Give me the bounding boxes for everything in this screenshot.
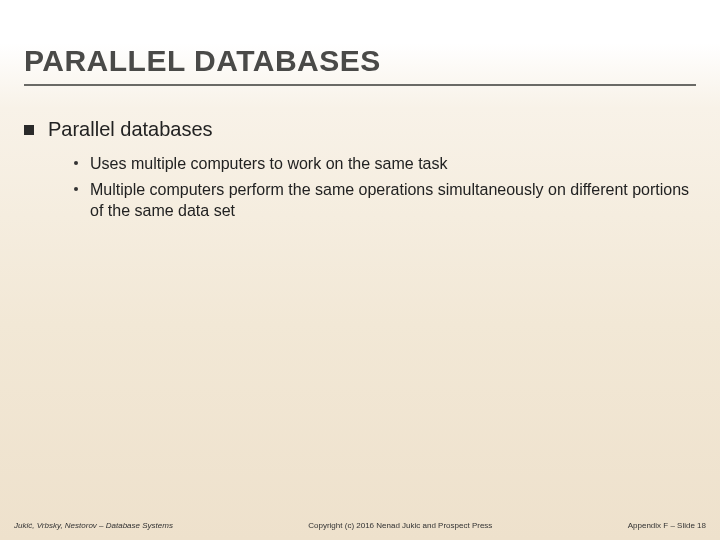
- bullet-level1: Parallel databases: [24, 118, 696, 141]
- slide-footer: Jukić, Vrbsky, Nestorov – Database Syste…: [0, 521, 720, 530]
- square-bullet-icon: [24, 125, 34, 135]
- level2-text: Uses multiple computers to work on the s…: [90, 153, 447, 175]
- slide-content: Parallel databases Uses multiple compute…: [24, 118, 696, 226]
- level2-text: Multiple computers perform the same oper…: [90, 179, 696, 222]
- slide-title: PARALLEL DATABASES: [24, 44, 696, 86]
- bullet-level2: Multiple computers perform the same oper…: [74, 179, 696, 222]
- footer-right: Appendix F – Slide 18: [628, 521, 706, 530]
- slide: PARALLEL DATABASES Parallel databases Us…: [0, 0, 720, 540]
- footer-center: Copyright (c) 2016 Nenad Jukic and Prosp…: [173, 521, 628, 530]
- bullet-level2: Uses multiple computers to work on the s…: [74, 153, 696, 175]
- level1-text: Parallel databases: [48, 118, 213, 141]
- dot-bullet-icon: [74, 187, 78, 191]
- dot-bullet-icon: [74, 161, 78, 165]
- level2-group: Uses multiple computers to work on the s…: [74, 153, 696, 222]
- footer-left: Jukić, Vrbsky, Nestorov – Database Syste…: [14, 521, 173, 530]
